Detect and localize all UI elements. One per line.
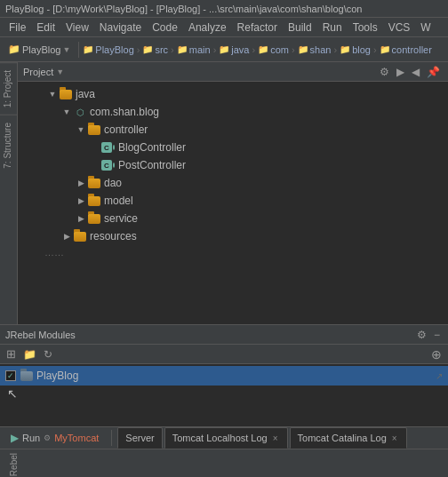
jrebel-content: ✓ PlayBlog ↗ ↖ — [0, 364, 448, 426]
title-text: PlayBlog - [D:\myWork\PlayBlog] - [PlayB… — [5, 4, 362, 14]
tree-arrow-service: ▶ — [75, 214, 87, 223]
tab-tomcat-catalina[interactable]: Tomcat Catalina Log × — [290, 427, 407, 449]
run-settings-icon: ⚙ — [44, 433, 51, 442]
jrebel-pin-btn[interactable]: − — [431, 328, 443, 342]
jrebel-panel: JRebel Modules ⚙ − ⊞ 📁 ↻ ⊕ ✓ PlayBlog ↗ … — [0, 324, 448, 426]
tab-server[interactable]: Server — [117, 427, 162, 449]
project-collapse-btn[interactable]: ◀ — [409, 65, 422, 79]
tree-label-controller: controller — [104, 123, 148, 136]
jrebel-module-icon — [20, 369, 34, 383]
jrebel-module-label: PlayBlog — [36, 370, 78, 382]
toolbar-playblog-label[interactable]: 📁 PlayBlog ▼ — [4, 41, 75, 58]
project-pin-btn[interactable]: 📌 — [424, 65, 443, 79]
breadcrumb-com[interactable]: 📁 com — [258, 44, 289, 55]
tab-tomcat-localhost[interactable]: Tomcat Localhost Log × — [164, 427, 288, 449]
jrebel-toolbar: ⊞ 📁 ↻ ⊕ — [0, 345, 448, 364]
menu-w[interactable]: W — [415, 18, 436, 36]
tree-item-resources[interactable]: ▶ resources — [18, 227, 448, 245]
menu-code[interactable]: Code — [147, 18, 183, 36]
jrebel-title: JRebel Modules — [5, 330, 76, 340]
tree-item-model[interactable]: ▶ model — [18, 192, 448, 210]
jrebel-add-btn[interactable]: ⊞ — [4, 346, 19, 362]
folder-icon-resources — [73, 229, 87, 243]
menu-refactor[interactable]: Refactor — [232, 18, 283, 36]
breadcrumb-playblog[interactable]: 📁 PlayBlog — [83, 44, 133, 55]
menu-tools[interactable]: Tools — [348, 18, 383, 36]
project-dropdown[interactable]: Project ▼ — [23, 67, 64, 77]
sidebar-tab-project[interactable]: 1: Project — [0, 62, 17, 115]
jrebel-header-actions: ⚙ − — [414, 328, 443, 342]
folder-icon-model — [87, 194, 101, 208]
project-settings-btn[interactable]: ⚙ — [377, 65, 392, 79]
project-header-actions: ⚙ ▶ ◀ 📌 — [377, 65, 443, 79]
folder-icon-dao — [87, 176, 101, 190]
menu-view[interactable]: View — [60, 18, 94, 36]
sidebar-tab-structure[interactable]: 7: Structure — [0, 115, 17, 176]
bottom-content: JRebel — [0, 449, 448, 477]
breadcrumb-java[interactable]: 📁 java — [219, 44, 249, 55]
breadcrumb-controller[interactable]: 📁 controller — [380, 44, 432, 55]
project-label: Project — [23, 67, 53, 77]
left-side-tabs: 1: Project 7: Structure — [0, 62, 18, 324]
menu-edit[interactable]: Edit — [31, 18, 60, 36]
project-dropdown-arrow: ▼ — [56, 68, 64, 76]
jrebel-checkbox-playblog[interactable]: ✓ — [5, 370, 16, 381]
package-icon-comshanblog: ⬡ — [73, 105, 87, 119]
folder-icon-service — [87, 211, 101, 226]
tree-item-controller[interactable]: ▼ controller — [18, 121, 448, 139]
menu-build[interactable]: Build — [283, 18, 317, 36]
tab-tomcat-catalina-close[interactable]: × — [390, 433, 399, 443]
main-area: 1: Project 7: Structure Project ▼ ⚙ ▶ ◀ … — [0, 62, 448, 324]
jrebel-settings-btn[interactable]: ⚙ — [414, 328, 429, 342]
menu-file[interactable]: File — [4, 18, 31, 36]
menu-run[interactable]: Run — [317, 18, 348, 36]
tree-arrow-model: ▶ — [75, 196, 87, 205]
bottom-tabs-bar: ▶ Run ⚙ MyTomcat Server Tomcat Localhost… — [0, 427, 448, 449]
bottom-area: ▶ Run ⚙ MyTomcat Server Tomcat Localhost… — [0, 426, 448, 477]
jrebel-module-arrow: ↗ — [436, 371, 443, 381]
tree-item-comshanblog[interactable]: ▼ ⬡ com.shan.blog — [18, 103, 448, 121]
tab-tomcat-catalina-label: Tomcat Catalina Log — [298, 433, 387, 443]
jrebel-bottom-tab[interactable]: JRebel — [7, 449, 20, 477]
tree-label-model: model — [104, 195, 133, 207]
tree-item-blogcontroller[interactable]: ▶ C BlogController — [18, 139, 448, 156]
jrebel-refresh-btn[interactable]: ↻ — [41, 347, 55, 362]
tree-arrow-comshanblog: ▼ — [60, 107, 73, 116]
tree-label-dao: dao — [104, 177, 122, 189]
menu-analyze[interactable]: Analyze — [183, 18, 232, 36]
tree-scroll-indicator: …… — [18, 245, 448, 259]
jrebel-folder-btn[interactable]: 📁 — [20, 347, 39, 362]
breadcrumb-main[interactable]: 📁 main — [177, 44, 211, 55]
breadcrumb-src[interactable]: 📁 src — [142, 44, 168, 55]
tree-item-dao[interactable]: ▶ dao — [18, 174, 448, 192]
menu-vcs[interactable]: VCS — [383, 18, 416, 36]
toolbar-separator-1 — [78, 42, 79, 58]
breadcrumb-blog[interactable]: 📁 blog — [340, 44, 371, 55]
project-panel: Project ▼ ⚙ ▶ ◀ 📌 ▼ java — [18, 62, 448, 324]
tree-label-service: service — [104, 212, 138, 225]
menu-navigate[interactable]: Navigate — [94, 18, 147, 36]
run-text: Run — [22, 433, 40, 443]
breadcrumb-shan[interactable]: 📁 shan — [298, 44, 332, 55]
tree-arrow-controller: ▼ — [75, 125, 87, 134]
jrebel-title-area: JRebel Modules — [5, 330, 76, 340]
project-expand-btn[interactable]: ▶ — [394, 65, 407, 79]
cursor-area: ↖ — [0, 386, 448, 401]
run-label-area: ▶ Run ⚙ MyTomcat — [4, 430, 106, 446]
jrebel-plus-btn[interactable]: ⊕ — [428, 346, 444, 362]
tree-label-postcontroller: PostController — [118, 159, 186, 171]
tab-tomcat-localhost-close[interactable]: × — [271, 433, 280, 443]
java-icon-blogcontroller: C — [101, 140, 116, 155]
tree-arrow-resources: ▶ — [60, 232, 73, 241]
jrebel-module-playblog[interactable]: ✓ PlayBlog ↗ — [0, 366, 448, 386]
cursor-icon: ↖ — [7, 387, 18, 400]
tree-arrow-java: ▼ — [46, 90, 59, 99]
mytomcat-label: MyTomcat — [54, 433, 99, 443]
tree-item-java[interactable]: ▼ java — [18, 85, 448, 103]
run-icon: ▶ — [11, 432, 19, 444]
tree-item-postcontroller[interactable]: ▶ C PostController — [18, 156, 448, 174]
java-icon-postcontroller: C — [101, 158, 116, 172]
project-tree[interactable]: ▼ java ▼ ⬡ com.shan.blog — [18, 82, 448, 324]
tree-arrow-dao: ▶ — [75, 179, 87, 187]
tree-item-service[interactable]: ▶ service — [18, 210, 448, 227]
